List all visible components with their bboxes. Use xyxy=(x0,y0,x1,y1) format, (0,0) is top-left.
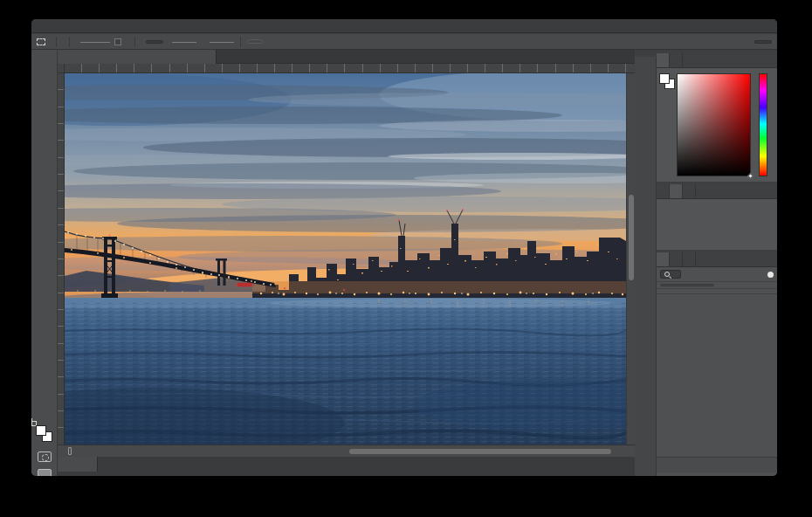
foreground-background-swatches[interactable] xyxy=(36,425,53,443)
ruler-corner xyxy=(58,64,65,73)
quick-mask-button[interactable] xyxy=(38,452,52,462)
panel-dock xyxy=(635,50,777,476)
document-tab-bar xyxy=(58,50,635,64)
tab-color[interactable] xyxy=(657,53,670,67)
tab-swatches[interactable] xyxy=(670,53,683,67)
width-input[interactable] xyxy=(172,41,196,43)
tool-preset-button[interactable] xyxy=(37,38,50,45)
foreground-color-swatch[interactable] xyxy=(36,425,46,436)
timeline-tab[interactable] xyxy=(58,457,98,472)
blend-mode-row xyxy=(657,282,777,289)
refine-edge-button[interactable] xyxy=(247,39,263,44)
tab-paths[interactable] xyxy=(683,252,696,266)
foreground-color-swatch[interactable] xyxy=(659,73,670,84)
lock-row xyxy=(657,289,777,294)
h-ruler[interactable] xyxy=(65,64,626,73)
ruler-end-cap xyxy=(626,64,635,73)
panel-menu-icon[interactable] xyxy=(768,53,777,67)
color-fg-bg-swatches[interactable] xyxy=(659,73,678,93)
document-area xyxy=(58,50,635,476)
cloud-streaks xyxy=(65,73,626,271)
canvas-image[interactable] xyxy=(65,73,626,445)
panel-column xyxy=(657,50,777,476)
search-icon xyxy=(664,272,670,277)
color-field-marker xyxy=(679,76,684,80)
divider xyxy=(69,37,70,47)
hue-ramp[interactable] xyxy=(759,73,767,176)
layer-filter-row xyxy=(657,267,777,282)
options-bar xyxy=(31,34,777,50)
default-colors-icon[interactable] xyxy=(31,418,36,425)
divider xyxy=(240,37,241,47)
desktop xyxy=(0,0,812,517)
feather-input[interactable] xyxy=(80,41,110,43)
adjustments-panel-tabs xyxy=(657,184,777,199)
photoshop-window xyxy=(31,19,777,476)
vertical-scrollbar[interactable] xyxy=(626,73,635,445)
v-ruler[interactable] xyxy=(58,73,65,445)
title-bar[interactable] xyxy=(31,19,777,33)
adjustments-panel xyxy=(657,184,777,250)
divider xyxy=(56,37,57,47)
horizontal-scrollbar-thumb[interactable] xyxy=(349,449,611,454)
marquee-preset-icon xyxy=(37,38,45,45)
document-tab[interactable] xyxy=(58,50,217,64)
collapsed-panel-strip xyxy=(635,57,657,476)
workspace-dropdown[interactable] xyxy=(754,40,772,44)
panel-menu-icon[interactable] xyxy=(768,184,777,198)
status-bar xyxy=(58,445,635,457)
layers-panel-tabs xyxy=(657,252,777,267)
height-input[interactable] xyxy=(210,41,234,43)
share-icon[interactable] xyxy=(68,447,72,455)
tools-list xyxy=(31,50,57,55)
color-panel xyxy=(657,53,777,182)
tab-layers[interactable] xyxy=(657,252,670,266)
timeline-panel xyxy=(58,457,635,476)
photo-sf-skyline xyxy=(65,73,626,445)
layers-panel xyxy=(657,252,777,476)
divider xyxy=(134,37,135,47)
layers-footer-bar xyxy=(657,457,777,472)
color-field-pointer xyxy=(747,173,754,179)
screen-mode-button[interactable] xyxy=(38,469,52,476)
tab-styles[interactable] xyxy=(683,184,696,198)
filter-toggle[interactable] xyxy=(767,272,774,278)
vertical-scrollbar-thumb[interactable] xyxy=(629,195,634,280)
anti-alias-checkbox[interactable] xyxy=(114,38,121,45)
filter-kind-dropdown[interactable] xyxy=(660,270,681,279)
color-panel-tabs xyxy=(657,53,777,68)
blend-mode-dropdown[interactable] xyxy=(660,284,714,286)
tab-channels[interactable] xyxy=(670,252,683,266)
tab-adjustments[interactable] xyxy=(670,184,683,198)
tool-palette xyxy=(31,50,58,476)
add-adjustment-heading xyxy=(657,199,777,203)
tab-libraries[interactable] xyxy=(657,184,670,198)
style-dropdown[interactable] xyxy=(146,40,163,44)
panel-menu-icon[interactable] xyxy=(768,252,777,266)
color-saturation-field[interactable] xyxy=(677,73,751,176)
